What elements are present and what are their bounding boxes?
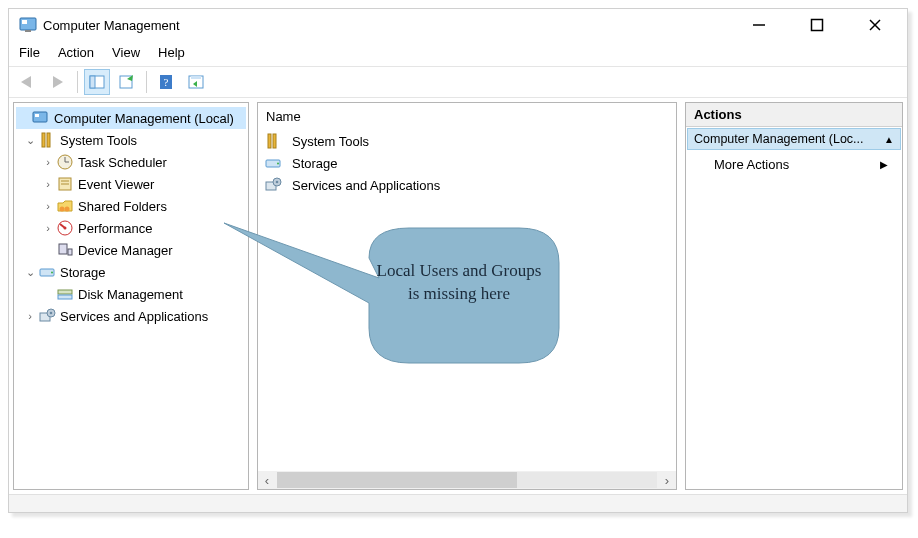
clock-icon xyxy=(56,153,74,171)
chevron-right-icon: ▶ xyxy=(880,159,888,170)
tree-storage[interactable]: ⌄ Storage xyxy=(16,261,246,283)
computer-management-icon xyxy=(32,109,50,127)
services-apps-icon xyxy=(264,176,282,194)
shared-folders-icon xyxy=(56,197,74,215)
list-item-label: System Tools xyxy=(292,134,369,149)
performance-icon xyxy=(56,219,74,237)
svg-rect-4 xyxy=(812,20,823,31)
tree-event-viewer[interactable]: › Event Viewer xyxy=(16,173,246,195)
show-hide-tree-button[interactable] xyxy=(84,69,110,95)
tree-disk-management[interactable]: › Disk Management xyxy=(16,283,246,305)
tree-item-label: Services and Applications xyxy=(60,309,208,324)
tree-system-tools[interactable]: ⌄ System Tools xyxy=(16,129,246,151)
svg-rect-33 xyxy=(58,295,72,299)
disk-management-icon xyxy=(56,285,74,303)
statusbar xyxy=(9,494,907,512)
tree-item-label: Disk Management xyxy=(78,287,183,302)
list-panel: Name System Tools Storage xyxy=(257,102,677,490)
system-tools-icon xyxy=(38,131,56,149)
back-button[interactable] xyxy=(15,69,41,95)
content-area: ▾ Computer Management (Local) ⌄ xyxy=(9,98,907,494)
tree-task-scheduler[interactable]: › Task Scheduler xyxy=(16,151,246,173)
expander-icon[interactable]: › xyxy=(40,222,56,234)
menu-view[interactable]: View xyxy=(112,45,140,60)
forward-button[interactable] xyxy=(45,69,71,95)
expander-icon[interactable]: ⌄ xyxy=(22,134,38,147)
tree-services-apps[interactable]: › Services and Applications xyxy=(16,305,246,327)
tree-root[interactable]: ▾ Computer Management (Local) xyxy=(16,107,246,129)
services-apps-icon xyxy=(38,307,56,325)
svg-text:?: ? xyxy=(164,76,169,88)
svg-rect-13 xyxy=(191,76,201,79)
tree-shared-folders[interactable]: › Shared Folders xyxy=(16,195,246,217)
menu-action[interactable]: Action xyxy=(58,45,94,60)
titlebar: Computer Management xyxy=(9,9,907,41)
svg-point-25 xyxy=(65,207,70,212)
tree-performance[interactable]: › Performance xyxy=(16,217,246,239)
close-button[interactable] xyxy=(855,12,895,38)
expander-icon[interactable]: › xyxy=(40,178,56,190)
tree-item-label: Storage xyxy=(60,265,106,280)
window-controls xyxy=(739,12,903,38)
actions-context-label: Computer Management (Loc... xyxy=(694,132,864,146)
maximize-button[interactable] xyxy=(797,12,837,38)
svg-rect-1 xyxy=(22,20,27,24)
minimize-button[interactable] xyxy=(739,12,779,38)
export-button[interactable] xyxy=(114,69,140,95)
tree-item-label: System Tools xyxy=(60,133,137,148)
menu-file[interactable]: File xyxy=(19,45,40,60)
app-icon xyxy=(19,16,37,34)
tree-item-label: Event Viewer xyxy=(78,177,154,192)
tree-panel: ▾ Computer Management (Local) ⌄ xyxy=(13,102,249,490)
svg-point-40 xyxy=(277,163,279,165)
svg-rect-38 xyxy=(273,134,276,148)
svg-point-36 xyxy=(50,312,53,315)
storage-icon xyxy=(264,154,282,172)
toolbar-separator xyxy=(77,71,78,93)
list-item[interactable]: System Tools xyxy=(264,130,670,152)
expander-icon[interactable]: › xyxy=(40,200,56,212)
actions-more-label: More Actions xyxy=(714,157,789,172)
list-item-label: Storage xyxy=(292,156,338,171)
scroll-right-icon[interactable]: › xyxy=(658,473,676,488)
actions-header: Actions xyxy=(686,103,902,127)
expander-icon[interactable]: › xyxy=(40,156,56,168)
svg-rect-32 xyxy=(58,290,72,294)
device-manager-icon xyxy=(56,241,74,259)
tree-item-label: Device Manager xyxy=(78,243,173,258)
help-button[interactable]: ? xyxy=(153,69,179,95)
scrollbar-thumb[interactable] xyxy=(277,472,517,488)
tree-item-label: Shared Folders xyxy=(78,199,167,214)
expander-icon[interactable]: ⌄ xyxy=(22,266,38,279)
svg-rect-28 xyxy=(59,244,67,254)
horizontal-scrollbar[interactable]: ‹ › xyxy=(258,471,676,489)
actions-context-row[interactable]: Computer Management (Loc... ▲ xyxy=(687,128,901,150)
list-item-label: Services and Applications xyxy=(292,178,440,193)
svg-point-27 xyxy=(64,227,67,230)
tree-device-manager[interactable]: › Device Manager xyxy=(16,239,246,261)
list-body: System Tools Storage Services and Applic… xyxy=(258,128,676,471)
list-item[interactable]: Storage xyxy=(264,152,670,174)
actions-more-actions[interactable]: More Actions ▶ xyxy=(686,151,902,178)
svg-point-31 xyxy=(51,272,53,274)
menu-help[interactable]: Help xyxy=(158,45,185,60)
chevron-up-icon: ▲ xyxy=(884,134,894,145)
svg-rect-2 xyxy=(25,30,31,32)
event-viewer-icon xyxy=(56,175,74,193)
list-header-name[interactable]: Name xyxy=(258,103,676,128)
console-tree: ▾ Computer Management (Local) ⌄ xyxy=(16,107,246,327)
svg-rect-37 xyxy=(268,134,271,148)
scrollbar-track[interactable] xyxy=(277,472,657,488)
tree-item-label: Task Scheduler xyxy=(78,155,167,170)
svg-rect-15 xyxy=(35,114,39,117)
svg-rect-29 xyxy=(68,249,72,255)
svg-rect-8 xyxy=(90,76,95,88)
svg-point-43 xyxy=(276,181,279,184)
svg-rect-16 xyxy=(42,133,45,147)
tree-root-label: Computer Management (Local) xyxy=(54,111,234,126)
refresh-button[interactable] xyxy=(183,69,209,95)
expander-icon[interactable]: › xyxy=(22,310,38,322)
list-item[interactable]: Services and Applications xyxy=(264,174,670,196)
storage-icon xyxy=(38,263,56,281)
scroll-left-icon[interactable]: ‹ xyxy=(258,473,276,488)
